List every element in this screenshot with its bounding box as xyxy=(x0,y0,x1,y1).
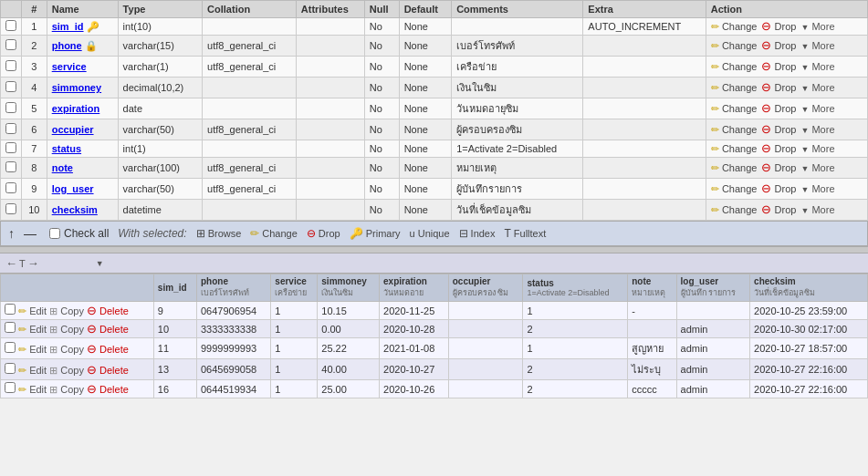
data-edit-btn-3[interactable]: Edit xyxy=(29,365,47,376)
action-change-btn[interactable]: Change xyxy=(722,162,758,173)
action-drop-btn[interactable]: Drop xyxy=(775,143,797,154)
row-checkbox-7[interactable] xyxy=(5,142,16,153)
row-comments-9: ผู้บันทึกรายการ xyxy=(452,179,583,200)
action-more-btn[interactable]: More xyxy=(811,61,834,72)
data-row-checkbox-1[interactable] xyxy=(5,322,16,333)
data-copy-btn-1[interactable]: Copy xyxy=(60,324,84,335)
action-drop-btn[interactable]: Drop xyxy=(775,40,797,51)
data-copy-btn-3[interactable]: Copy xyxy=(60,365,84,376)
change-icon: ✏ xyxy=(250,227,259,240)
row-checkbox-8[interactable] xyxy=(5,161,16,172)
action-drop-btn[interactable]: Drop xyxy=(775,162,797,173)
field-name-link-3[interactable]: service xyxy=(52,61,87,72)
data-delete-btn-0[interactable]: Delete xyxy=(99,305,129,316)
data-delete-btn-4[interactable]: Delete xyxy=(99,384,129,395)
drop-action[interactable]: ⊖ Drop xyxy=(307,228,340,239)
field-name-link-4[interactable]: simmoney xyxy=(52,82,101,93)
unique-action[interactable]: u Unique xyxy=(410,228,450,239)
data-cell-simmoney-1: 0.00 xyxy=(318,320,380,338)
action-more-btn[interactable]: More xyxy=(811,40,834,51)
row-checkbox-6[interactable] xyxy=(5,123,16,134)
action-more-btn[interactable]: More xyxy=(811,162,834,173)
action-drop-btn[interactable]: Drop xyxy=(775,61,797,72)
data-delete-btn-1[interactable]: Delete xyxy=(99,324,129,335)
data-edit-btn-0[interactable]: Edit xyxy=(29,305,47,316)
primary-action[interactable]: 🔑 Primary xyxy=(350,227,401,240)
check-all-checkbox[interactable] xyxy=(49,228,60,239)
row-num-2: 2 xyxy=(22,36,47,57)
field-name-link-2[interactable]: phone xyxy=(52,40,82,51)
data-cell-log_user-3: admin xyxy=(676,359,750,380)
change-action[interactable]: ✏ Change xyxy=(250,227,298,240)
field-name-link-5[interactable]: expiration xyxy=(52,103,100,114)
data-copy-btn-0[interactable]: Copy xyxy=(60,305,84,316)
action-change-btn[interactable]: Change xyxy=(722,124,758,135)
action-more-btn[interactable]: More xyxy=(811,204,834,215)
field-name-link-6[interactable]: occupier xyxy=(52,124,94,135)
field-name-link-7[interactable]: status xyxy=(52,143,81,154)
action-more-btn[interactable]: More xyxy=(811,21,834,32)
data-copy-icon-3: ⊞ xyxy=(49,365,58,376)
unique-label: Unique xyxy=(418,228,450,239)
row-checkbox-3[interactable] xyxy=(5,60,16,71)
data-edit-btn-1[interactable]: Edit xyxy=(29,324,47,335)
action-more-btn[interactable]: More xyxy=(811,124,834,135)
action-drop-btn[interactable]: Drop xyxy=(775,103,797,114)
data-copy-btn-4[interactable]: Copy xyxy=(60,384,84,395)
action-drop-btn[interactable]: Drop xyxy=(775,204,797,215)
check-all-text: Check all xyxy=(64,227,109,240)
nav-left-arrow[interactable]: ← xyxy=(5,256,17,270)
action-drop-btn[interactable]: Drop xyxy=(775,124,797,135)
action-more-btn[interactable]: More xyxy=(811,103,834,114)
data-delete-btn-3[interactable]: Delete xyxy=(99,365,129,376)
field-name-link-8[interactable]: note xyxy=(52,162,73,173)
action-change-btn[interactable]: Change xyxy=(722,143,758,154)
action-drop-circle-icon: ⊖ xyxy=(761,141,771,155)
action-drop-btn[interactable]: Drop xyxy=(775,21,797,32)
action-drop-btn[interactable]: Drop xyxy=(775,183,797,194)
action-change-btn[interactable]: Change xyxy=(722,183,758,194)
action-drop-btn[interactable]: Drop xyxy=(775,82,797,93)
row-checkbox-9[interactable] xyxy=(5,182,16,193)
field-name-link-9[interactable]: log_user xyxy=(52,183,94,194)
data-copy-btn-2[interactable]: Copy xyxy=(60,344,84,355)
row-checkbox-2[interactable] xyxy=(5,39,16,50)
action-change-btn[interactable]: Change xyxy=(722,204,758,215)
action-more-btn[interactable]: More xyxy=(811,183,834,194)
check-all-label[interactable]: Check all xyxy=(49,227,109,240)
data-cell-service-0: 1 xyxy=(271,302,318,320)
row-checkbox-5[interactable] xyxy=(5,102,16,113)
field-name-link-1[interactable]: sim_id xyxy=(52,21,84,32)
browse-action[interactable]: ⊞ Browse xyxy=(196,227,242,240)
data-row-checkbox-3[interactable] xyxy=(5,363,16,374)
primary-label: Primary xyxy=(366,228,401,239)
action-more-btn[interactable]: More xyxy=(811,143,834,154)
action-change-btn[interactable]: Change xyxy=(722,40,758,51)
action-more-btn[interactable]: More xyxy=(811,82,834,93)
field-name-link-10[interactable]: checksim xyxy=(52,204,98,215)
sort-down-icon[interactable]: ▼ xyxy=(96,259,104,268)
action-change-btn[interactable]: Change xyxy=(722,21,758,32)
action-change-btn[interactable]: Change xyxy=(722,103,758,114)
data-delete-btn-2[interactable]: Delete xyxy=(99,344,129,355)
nav-right-arrow[interactable]: → xyxy=(27,256,39,270)
data-row-checkbox-4[interactable] xyxy=(5,382,16,393)
row-checkbox-1[interactable] xyxy=(5,20,16,31)
data-cell-status-2: 1 xyxy=(523,338,628,359)
action-change-btn[interactable]: Change xyxy=(722,61,758,72)
row-collation-3: utf8_general_ci xyxy=(203,57,297,78)
fulltext-action[interactable]: T Fulltext xyxy=(505,227,547,240)
data-col-sub-service: เครือข่าย xyxy=(275,286,313,299)
data-col-header-note: noteหมายเหตุ xyxy=(628,274,676,302)
index-action[interactable]: ⊟ Index xyxy=(459,227,496,240)
data-edit-btn-2[interactable]: Edit xyxy=(29,344,47,355)
row-checkbox-10[interactable] xyxy=(5,203,16,214)
row-attributes-10 xyxy=(296,200,364,221)
data-row-checkbox-0[interactable] xyxy=(5,304,16,315)
action-drop-circle-icon: ⊖ xyxy=(761,202,771,216)
data-edit-btn-4[interactable]: Edit xyxy=(29,384,47,395)
data-row-checkbox-2[interactable] xyxy=(5,342,16,353)
primary-icon: 🔑 xyxy=(350,227,363,240)
row-checkbox-4[interactable] xyxy=(5,81,16,92)
action-change-btn[interactable]: Change xyxy=(722,82,758,93)
